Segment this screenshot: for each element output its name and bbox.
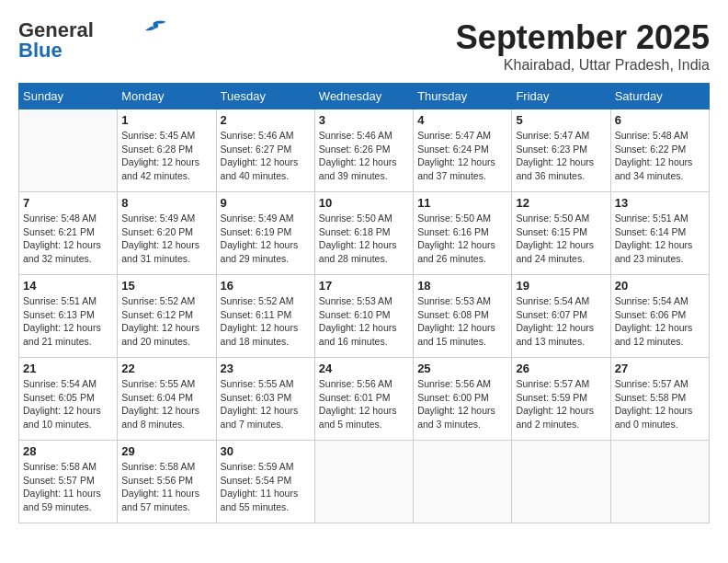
sunset-text: Sunset: 5:59 PM <box>516 392 587 403</box>
daylight-text: Daylight: 12 hours and 40 minutes. <box>221 156 299 181</box>
sunrise-text: Sunrise: 5:56 AM <box>417 378 491 389</box>
calendar-cell: 22 Sunrise: 5:55 AM Sunset: 6:04 PM Dayl… <box>118 358 216 441</box>
page-header: General Blue September 2025 Khairabad, U… <box>18 18 710 74</box>
logo-text-blue: Blue <box>18 39 63 63</box>
sunrise-text: Sunrise: 5:49 AM <box>121 213 195 224</box>
day-number: 15 <box>121 279 211 293</box>
calendar-cell <box>314 441 413 523</box>
day-number: 8 <box>121 196 211 210</box>
day-info: Sunrise: 5:50 AM Sunset: 6:15 PM Dayligh… <box>516 212 606 266</box>
calendar-cell: 15 Sunrise: 5:52 AM Sunset: 6:12 PM Dayl… <box>118 275 216 358</box>
sunrise-text: Sunrise: 5:55 AM <box>121 378 195 389</box>
day-info: Sunrise: 5:53 AM Sunset: 6:10 PM Dayligh… <box>319 294 409 349</box>
calendar-cell: 20 Sunrise: 5:54 AM Sunset: 6:06 PM Dayl… <box>610 275 709 358</box>
sunset-text: Sunset: 6:22 PM <box>615 144 687 155</box>
day-number: 3 <box>319 113 409 127</box>
day-number: 22 <box>121 362 211 375</box>
day-info: Sunrise: 5:52 AM Sunset: 6:12 PM Dayligh… <box>121 294 211 349</box>
sunset-text: Sunset: 6:26 PM <box>319 144 391 155</box>
weekday-header-friday: Friday <box>512 84 610 109</box>
day-number: 19 <box>516 279 606 293</box>
sunrise-text: Sunrise: 5:48 AM <box>615 130 688 141</box>
sunrise-text: Sunrise: 5:54 AM <box>516 295 589 306</box>
calendar-cell: 19 Sunrise: 5:54 AM Sunset: 6:07 PM Dayl… <box>512 275 610 358</box>
day-number: 16 <box>221 279 311 293</box>
daylight-text: Daylight: 12 hours and 37 minutes. <box>417 156 495 181</box>
day-number: 6 <box>615 113 705 127</box>
calendar-cell: 28 Sunrise: 5:58 AM Sunset: 5:57 PM Dayl… <box>19 441 118 523</box>
daylight-text: Daylight: 12 hours and 31 minutes. <box>121 239 199 264</box>
sunset-text: Sunset: 5:54 PM <box>221 475 292 486</box>
calendar-week-row: 28 Sunrise: 5:58 AM Sunset: 5:57 PM Dayl… <box>19 441 710 523</box>
day-number: 1 <box>121 113 211 127</box>
weekday-header-thursday: Thursday <box>414 84 512 109</box>
sunset-text: Sunset: 6:21 PM <box>23 226 95 237</box>
sunset-text: Sunset: 6:13 PM <box>23 309 95 320</box>
day-number: 14 <box>23 279 113 293</box>
calendar-cell: 25 Sunrise: 5:56 AM Sunset: 6:00 PM Dayl… <box>414 358 512 441</box>
sunrise-text: Sunrise: 5:58 AM <box>121 461 195 472</box>
daylight-text: Daylight: 12 hours and 16 minutes. <box>319 322 397 347</box>
day-info: Sunrise: 5:46 AM Sunset: 6:26 PM Dayligh… <box>319 129 409 183</box>
daylight-text: Daylight: 12 hours and 23 minutes. <box>615 239 693 264</box>
calendar-cell: 23 Sunrise: 5:55 AM Sunset: 6:03 PM Dayl… <box>216 358 314 441</box>
sunset-text: Sunset: 6:20 PM <box>121 226 193 237</box>
sunset-text: Sunset: 6:28 PM <box>121 144 193 155</box>
sunset-text: Sunset: 6:11 PM <box>221 309 292 320</box>
sunrise-text: Sunrise: 5:47 AM <box>417 130 491 141</box>
sunrise-text: Sunrise: 5:52 AM <box>121 295 195 306</box>
calendar-cell: 10 Sunrise: 5:50 AM Sunset: 6:18 PM Dayl… <box>314 192 413 275</box>
logo: General Blue <box>18 18 167 63</box>
day-info: Sunrise: 5:54 AM Sunset: 6:07 PM Dayligh… <box>516 294 606 349</box>
daylight-text: Daylight: 12 hours and 42 minutes. <box>121 156 199 181</box>
calendar-cell <box>610 441 709 523</box>
day-info: Sunrise: 5:48 AM Sunset: 6:22 PM Dayligh… <box>615 129 705 183</box>
daylight-text: Daylight: 12 hours and 26 minutes. <box>417 239 495 264</box>
daylight-text: Daylight: 12 hours and 8 minutes. <box>121 405 199 430</box>
day-number: 25 <box>417 362 507 375</box>
day-info: Sunrise: 5:55 AM Sunset: 6:03 PM Dayligh… <box>221 377 311 431</box>
sunrise-text: Sunrise: 5:56 AM <box>319 378 392 389</box>
daylight-text: Daylight: 12 hours and 10 minutes. <box>23 405 101 430</box>
day-number: 29 <box>121 444 211 458</box>
calendar-cell: 3 Sunrise: 5:46 AM Sunset: 6:26 PM Dayli… <box>314 109 413 192</box>
day-number: 21 <box>23 362 113 375</box>
daylight-text: Daylight: 11 hours and 57 minutes. <box>121 488 199 512</box>
daylight-text: Daylight: 12 hours and 13 minutes. <box>516 322 594 347</box>
sunset-text: Sunset: 6:19 PM <box>221 226 292 237</box>
day-info: Sunrise: 5:45 AM Sunset: 6:28 PM Dayligh… <box>121 129 211 183</box>
daylight-text: Daylight: 12 hours and 34 minutes. <box>615 156 693 181</box>
calendar-week-row: 7 Sunrise: 5:48 AM Sunset: 6:21 PM Dayli… <box>19 192 710 275</box>
day-number: 20 <box>615 279 705 293</box>
calendar-week-row: 1 Sunrise: 5:45 AM Sunset: 6:28 PM Dayli… <box>19 109 710 192</box>
day-info: Sunrise: 5:59 AM Sunset: 5:54 PM Dayligh… <box>221 460 311 514</box>
sunset-text: Sunset: 6:18 PM <box>319 226 391 237</box>
daylight-text: Daylight: 12 hours and 7 minutes. <box>221 405 299 430</box>
sunset-text: Sunset: 5:56 PM <box>121 475 193 486</box>
sunrise-text: Sunrise: 5:46 AM <box>319 130 392 141</box>
calendar-body: 1 Sunrise: 5:45 AM Sunset: 6:28 PM Dayli… <box>19 109 710 523</box>
sunset-text: Sunset: 5:58 PM <box>615 392 687 403</box>
calendar-cell: 12 Sunrise: 5:50 AM Sunset: 6:15 PM Dayl… <box>512 192 610 275</box>
calendar-cell: 5 Sunrise: 5:47 AM Sunset: 6:23 PM Dayli… <box>512 109 610 192</box>
sunrise-text: Sunrise: 5:53 AM <box>319 295 392 306</box>
day-info: Sunrise: 5:55 AM Sunset: 6:04 PM Dayligh… <box>121 377 211 431</box>
title-section: September 2025 Khairabad, Uttar Pradesh,… <box>456 18 710 74</box>
sunrise-text: Sunrise: 5:55 AM <box>221 378 294 389</box>
daylight-text: Daylight: 11 hours and 59 minutes. <box>23 488 101 512</box>
sunset-text: Sunset: 6:15 PM <box>516 226 587 237</box>
sunset-text: Sunset: 6:04 PM <box>121 392 193 403</box>
calendar-cell: 1 Sunrise: 5:45 AM Sunset: 6:28 PM Dayli… <box>118 109 216 192</box>
sunrise-text: Sunrise: 5:46 AM <box>221 130 294 141</box>
sunset-text: Sunset: 6:14 PM <box>615 226 687 237</box>
sunrise-text: Sunrise: 5:52 AM <box>221 295 294 306</box>
sunset-text: Sunset: 6:01 PM <box>319 392 391 403</box>
day-info: Sunrise: 5:57 AM Sunset: 5:59 PM Dayligh… <box>516 377 606 431</box>
day-info: Sunrise: 5:52 AM Sunset: 6:11 PM Dayligh… <box>221 294 311 349</box>
sunset-text: Sunset: 6:06 PM <box>615 309 687 320</box>
calendar-cell <box>414 441 512 523</box>
day-number: 5 <box>516 113 606 127</box>
day-number: 7 <box>23 196 113 210</box>
sunrise-text: Sunrise: 5:54 AM <box>23 378 97 389</box>
weekday-header-monday: Monday <box>118 84 216 109</box>
